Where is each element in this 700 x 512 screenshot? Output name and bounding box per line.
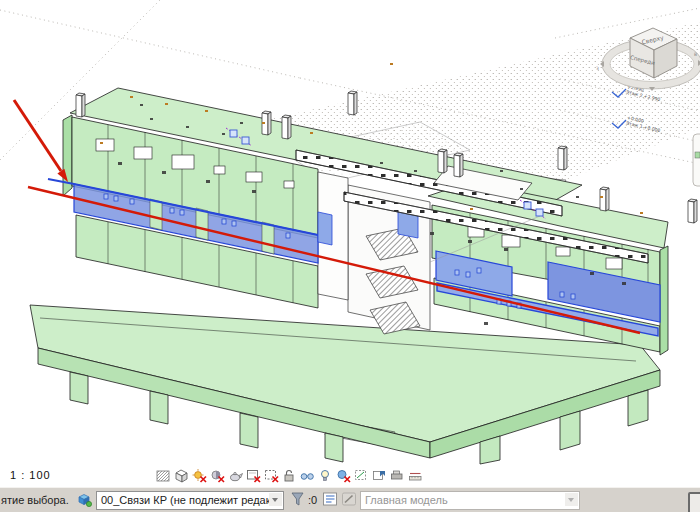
active-workset-dropdown[interactable]: 00_Связи КР (не подлежит редакт — [96, 491, 284, 510]
status-bar-partial-button[interactable] — [688, 492, 700, 512]
status-bar: ятие выбора. 00_Связи КР (не подлежит ре… — [0, 487, 700, 512]
analytical-model-off-icon[interactable] — [356, 471, 366, 480]
view-lock-icon[interactable] — [285, 471, 293, 481]
status-message: ятие выбора. — [1, 494, 69, 506]
compass-west-label[interactable]: З — [596, 66, 599, 71]
reveal-constraints-icon[interactable] — [410, 474, 422, 481]
crop-view-off-icon[interactable] — [248, 471, 261, 483]
chevron-down-icon — [565, 493, 578, 506]
active-design-option-value: Главная модель — [365, 494, 448, 506]
red-annotation-arrow[interactable] — [14, 100, 68, 182]
compass-east-label[interactable]: В — [694, 52, 697, 57]
model-view-canvas[interactable]: +2.990 Этаж 2 +2.990 +0.000 Этаж 1 +0.00… — [0, 0, 700, 466]
view-scale-button[interactable]: 1 : 100 — [10, 469, 51, 481]
crop-region-hidden-icon[interactable] — [266, 471, 279, 483]
stair-core[interactable] — [318, 172, 430, 334]
view-control-bar: 1 : 100 — [0, 466, 700, 487]
active-design-option-dropdown: Главная модель — [360, 491, 580, 510]
show-rendering-dialog-icon[interactable] — [231, 472, 243, 480]
reveal-hidden-elements-icon[interactable] — [322, 471, 329, 481]
editable-only-icon[interactable] — [341, 491, 358, 508]
temporary-view-properties-icon[interactable] — [338, 471, 350, 483]
design-options-icon[interactable] — [322, 491, 339, 508]
selection-count: :0 — [308, 494, 317, 506]
chevron-down-icon[interactable] — [269, 493, 282, 506]
active-workset-value: 00_Связи КР (не подлежит редакт — [101, 494, 276, 506]
highlight-displacement-icon[interactable] — [392, 471, 403, 479]
displacement-sets-icon[interactable] — [374, 471, 386, 480]
temporary-hide-isolate-icon[interactable] — [301, 474, 313, 480]
visual-style-icon[interactable] — [176, 470, 187, 482]
navigation-bar-partial[interactable] — [693, 134, 700, 186]
model-3d-drawing[interactable]: +2.990 Этаж 2 +2.990 +0.000 Этаж 1 +0.00… — [0, 0, 700, 466]
revit-3d-view-window: +2.990 Этаж 2 +2.990 +0.000 Этаж 1 +0.00… — [0, 0, 700, 512]
selection-filter-icon[interactable] — [290, 491, 307, 508]
sun-path-off-icon[interactable] — [193, 469, 207, 482]
shadows-off-icon[interactable] — [212, 471, 224, 482]
worksets-icon — [76, 491, 93, 508]
detail-level-icon[interactable] — [157, 471, 169, 481]
